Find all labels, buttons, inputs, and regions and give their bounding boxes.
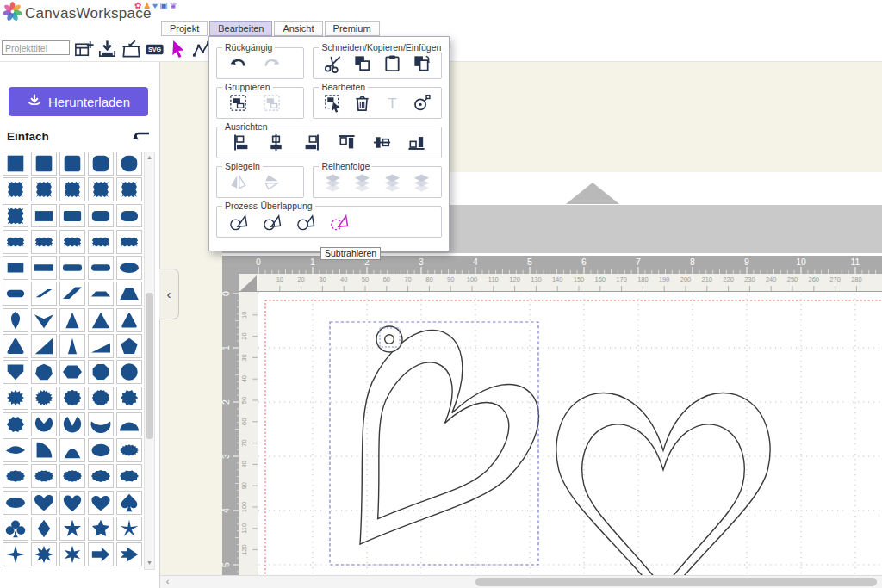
tab-projekt[interactable]: Projekt bbox=[161, 21, 208, 36]
shape-parallelogram[interactable] bbox=[59, 282, 85, 306]
canvas-scrollbar-thumb[interactable] bbox=[475, 578, 877, 586]
menu-subtract-button[interactable] bbox=[328, 211, 350, 232]
shape-stamp-square-1[interactable] bbox=[3, 177, 28, 201]
shape-triangle-slim[interactable] bbox=[59, 334, 85, 358]
shape-circle-v-notch[interactable] bbox=[59, 412, 85, 436]
drawing-canvas[interactable] bbox=[258, 292, 882, 575]
shape-scallop-12[interactable] bbox=[59, 387, 85, 411]
shape-scrollbar-thumb[interactable] bbox=[146, 293, 153, 439]
menu-text-button[interactable]: T bbox=[382, 92, 403, 114]
shape-rect-wide[interactable] bbox=[31, 256, 57, 280]
shape-burst-16[interactable] bbox=[31, 387, 57, 411]
shape-scallop-ellipse-4[interactable] bbox=[88, 464, 114, 488]
menu-align-left-button[interactable] bbox=[231, 132, 252, 153]
object-heart-pendant[interactable] bbox=[290, 313, 556, 575]
shape-square-r2[interactable] bbox=[31, 152, 57, 176]
shape-ellipse[interactable] bbox=[88, 438, 114, 462]
shape-star-8[interactable] bbox=[31, 542, 57, 566]
shape-diamond[interactable] bbox=[31, 517, 57, 541]
shape-kite[interactable] bbox=[3, 308, 28, 332]
menu-align-middle-v-button[interactable] bbox=[371, 132, 393, 153]
tool-new-project-button[interactable] bbox=[72, 38, 95, 60]
tab-bearbeiten[interactable]: Bearbeiten bbox=[209, 21, 272, 36]
shape-curved-triangle[interactable] bbox=[59, 438, 85, 462]
scroll-left-arrow-icon[interactable]: ‹ bbox=[162, 576, 173, 587]
back-arrow-icon[interactable] bbox=[132, 128, 151, 144]
shape-scallop-ellipse-1[interactable] bbox=[3, 464, 28, 488]
menu-undo-button[interactable] bbox=[227, 53, 249, 74]
shape-scallop-10[interactable] bbox=[3, 412, 28, 436]
menu-bring-to-front-button[interactable] bbox=[322, 171, 344, 193]
shape-rect-r2[interactable] bbox=[59, 204, 85, 228]
shape-quarter-circle[interactable] bbox=[31, 438, 57, 462]
shape-burst-6[interactable] bbox=[59, 542, 85, 566]
shape-trapezoid-low[interactable] bbox=[88, 282, 114, 306]
shape-scallop-ellipse-3[interactable] bbox=[59, 464, 85, 488]
menu-align-center-h-button[interactable] bbox=[265, 132, 287, 153]
shape-scallop-ellipse-5[interactable] bbox=[116, 464, 142, 488]
shape-spiky-ellipse[interactable] bbox=[116, 438, 142, 462]
shape-circle-notch[interactable] bbox=[31, 412, 57, 436]
shape-square[interactable] bbox=[3, 152, 28, 176]
shape-rect-small[interactable] bbox=[3, 256, 28, 280]
shape-stamp-square-4[interactable] bbox=[88, 177, 114, 201]
menu-copy-button[interactable] bbox=[351, 53, 373, 74]
scroll-down-arrow-icon[interactable]: ▼ bbox=[144, 558, 155, 568]
shape-pentagon[interactable] bbox=[116, 334, 142, 358]
shape-rect-r5[interactable] bbox=[88, 204, 114, 228]
menu-align-right-button[interactable] bbox=[301, 132, 322, 153]
shape-right-triangle[interactable] bbox=[31, 334, 57, 358]
shape-stamp-rect-3[interactable] bbox=[59, 230, 85, 254]
shape-right-triangle-low[interactable] bbox=[88, 334, 114, 358]
shape-square-r4[interactable] bbox=[59, 152, 85, 176]
shape-scallop-16[interactable] bbox=[88, 387, 114, 411]
shape-hexagon-flat[interactable] bbox=[59, 360, 85, 384]
menu-divide-button[interactable] bbox=[261, 211, 283, 232]
menu-paste-button[interactable] bbox=[411, 53, 432, 74]
shape-club[interactable] bbox=[3, 517, 28, 541]
shape-parallelogram-slim[interactable] bbox=[31, 282, 57, 306]
shape-capsule[interactable] bbox=[116, 256, 142, 280]
shape-stamp-square-3[interactable] bbox=[59, 177, 85, 201]
download-button[interactable]: Herunterladen bbox=[9, 87, 148, 116]
shape-stamp-rect-4[interactable] bbox=[88, 230, 114, 254]
menu-group-button[interactable] bbox=[227, 92, 249, 114]
project-title-input[interactable] bbox=[2, 40, 70, 55]
menu-align-bottom-button[interactable] bbox=[406, 132, 427, 153]
shape-heptagon[interactable] bbox=[31, 360, 57, 384]
shape-pill[interactable] bbox=[88, 256, 114, 280]
shape-triangle-rounded[interactable] bbox=[116, 308, 142, 332]
shape-gear[interactable] bbox=[116, 387, 142, 411]
shape-heart-3[interactable] bbox=[88, 491, 114, 515]
shape-stamp-square-5[interactable] bbox=[116, 177, 142, 201]
shape-stamp-square-2[interactable] bbox=[31, 177, 57, 201]
tool-svg-import-button[interactable]: SVG bbox=[144, 38, 166, 60]
shape-square-r9[interactable] bbox=[116, 152, 142, 176]
menu-trim-button[interactable] bbox=[295, 211, 316, 232]
menu-align-top-button[interactable] bbox=[336, 132, 357, 153]
menu-ungroup-button[interactable] bbox=[261, 92, 283, 114]
shape-star-5[interactable] bbox=[59, 517, 85, 541]
menu-select-all-button[interactable] bbox=[322, 92, 344, 114]
shape-chevron-down[interactable] bbox=[31, 308, 57, 332]
shape-rect-wide-round[interactable] bbox=[59, 256, 85, 280]
scroll-up-arrow-icon[interactable]: ▲ bbox=[144, 152, 155, 163]
menu-bring-forward-button[interactable] bbox=[351, 171, 373, 193]
tab-premium[interactable]: Premium bbox=[325, 21, 380, 36]
shape-arrow-right[interactable] bbox=[88, 542, 114, 566]
shape-octagon[interactable] bbox=[88, 360, 114, 384]
menu-weld-button[interactable] bbox=[227, 211, 249, 232]
shape-triangle-narrow[interactable] bbox=[59, 308, 85, 332]
menu-rotate-button[interactable] bbox=[411, 92, 432, 114]
menu-flip-h-button[interactable] bbox=[227, 171, 249, 193]
tool-save-button[interactable] bbox=[96, 38, 119, 60]
shape-triangle[interactable] bbox=[88, 308, 114, 332]
shape-heart-2[interactable] bbox=[59, 491, 85, 515]
shape-stamp-square-6[interactable] bbox=[3, 204, 28, 228]
shape-triangle-rounded-2[interactable] bbox=[3, 334, 28, 358]
menu-send-to-back-button[interactable] bbox=[411, 171, 432, 193]
shape-stamp-rect-1[interactable] bbox=[3, 230, 28, 254]
shape-stamp-rect-5[interactable] bbox=[116, 230, 142, 254]
shape-shield[interactable] bbox=[3, 360, 28, 384]
shape-stamp-rect-2[interactable] bbox=[31, 230, 57, 254]
